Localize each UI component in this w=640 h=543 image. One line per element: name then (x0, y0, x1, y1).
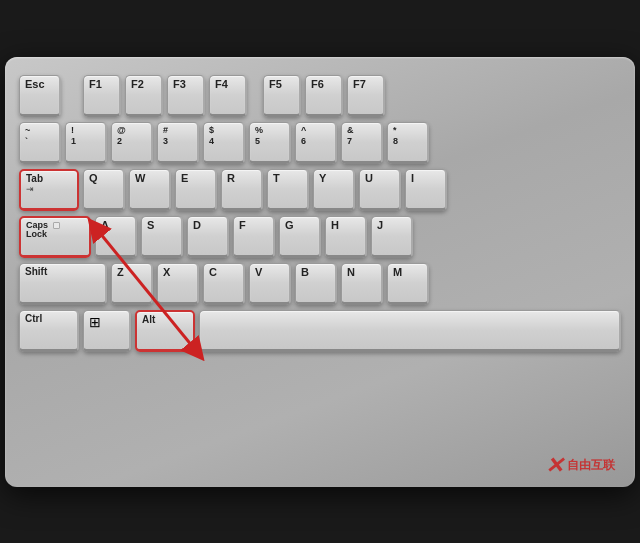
key-d[interactable]: D (187, 216, 229, 258)
watermark-x-icon: ✕ (545, 453, 563, 479)
key-5[interactable]: %5 (249, 122, 291, 164)
key-f4[interactable]: F4 (209, 75, 247, 117)
keyboard: Esc F1 F2 F3 F4 F5 F6 F7 ~` !1 @2 #3 (5, 57, 635, 487)
key-v[interactable]: V (249, 263, 291, 305)
key-f2[interactable]: F2 (125, 75, 163, 117)
key-n[interactable]: N (341, 263, 383, 305)
key-f[interactable]: F (233, 216, 275, 258)
key-win[interactable]: ⊞ (83, 310, 131, 352)
key-f1[interactable]: F1 (83, 75, 121, 117)
key-m[interactable]: M (387, 263, 429, 305)
key-alt[interactable]: Alt (135, 310, 195, 352)
key-j[interactable]: J (371, 216, 413, 258)
key-f7[interactable]: F7 (347, 75, 385, 117)
key-esc[interactable]: Esc (19, 75, 61, 117)
asdf-row: Caps Lock A S D F G H J (19, 216, 621, 258)
key-e[interactable]: E (175, 169, 217, 211)
key-2[interactable]: @2 (111, 122, 153, 164)
key-1[interactable]: !1 (65, 122, 107, 164)
key-g[interactable]: G (279, 216, 321, 258)
key-r[interactable]: R (221, 169, 263, 211)
key-b[interactable]: B (295, 263, 337, 305)
key-s[interactable]: S (141, 216, 183, 258)
qwerty-row: Tab ⇥ Q W E R T Y U I (19, 169, 621, 211)
key-3[interactable]: #3 (157, 122, 199, 164)
key-f3[interactable]: F3 (167, 75, 205, 117)
windows-icon: ⊞ (89, 314, 101, 330)
number-row: ~` !1 @2 #3 $4 %5 ^6 &7 (19, 122, 621, 164)
key-w[interactable]: W (129, 169, 171, 211)
watermark: ✕ 自由互联 (545, 453, 615, 479)
key-ctrl[interactable]: Ctrl (19, 310, 79, 352)
key-c[interactable]: C (203, 263, 245, 305)
key-q[interactable]: Q (83, 169, 125, 211)
key-8[interactable]: *8 (387, 122, 429, 164)
key-6[interactable]: ^6 (295, 122, 337, 164)
key-h[interactable]: H (325, 216, 367, 258)
key-shift[interactable]: Shift (19, 263, 107, 305)
bottom-row: Ctrl ⊞ Alt (19, 310, 621, 352)
key-f5[interactable]: F5 (263, 75, 301, 117)
key-z[interactable]: Z (111, 263, 153, 305)
zxcv-row: Shift Z X C V B N M (19, 263, 621, 305)
key-backtick[interactable]: ~` (19, 122, 61, 164)
fn-row: Esc F1 F2 F3 F4 F5 F6 F7 (19, 75, 621, 117)
key-u[interactable]: U (359, 169, 401, 211)
key-f6[interactable]: F6 (305, 75, 343, 117)
key-t[interactable]: T (267, 169, 309, 211)
keyboard-rows: Esc F1 F2 F3 F4 F5 F6 F7 ~` !1 @2 #3 (19, 75, 621, 352)
key-tab[interactable]: Tab ⇥ (19, 169, 79, 211)
key-4[interactable]: $4 (203, 122, 245, 164)
key-7[interactable]: &7 (341, 122, 383, 164)
key-caps-lock[interactable]: Caps Lock (19, 216, 91, 258)
caps-lock-indicator (53, 222, 60, 229)
key-y[interactable]: Y (313, 169, 355, 211)
key-i[interactable]: I (405, 169, 447, 211)
key-a[interactable]: A (95, 216, 137, 258)
key-x[interactable]: X (157, 263, 199, 305)
watermark-text: 自由互联 (567, 457, 615, 474)
key-space[interactable] (199, 310, 621, 352)
